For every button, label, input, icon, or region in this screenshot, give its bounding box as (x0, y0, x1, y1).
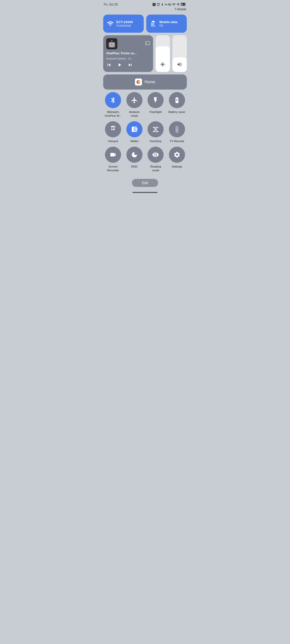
wifi-status-icon (176, 3, 180, 6)
media-card[interactable]: 🤖 OnePlus Tricks or... Android Faithful … (103, 35, 153, 72)
volume-slider[interactable] (172, 35, 187, 72)
hotspot-circle (105, 121, 121, 137)
svg-point-6 (176, 127, 177, 128)
wifi-tile-icon (107, 20, 114, 27)
reading-mode-circle (148, 147, 164, 163)
media-artist: Android Faithful - VI... (106, 57, 150, 60)
hotspot-label: Hotspot (108, 139, 118, 143)
home-indicator (132, 192, 158, 193)
flashlight-label: Flashlight (150, 110, 162, 114)
media-title: OnePlus Tricks or... (106, 51, 150, 55)
battery-saver-circle (169, 92, 185, 108)
qs-item-screen-recorder[interactable]: ScreenRecorder (104, 147, 123, 172)
signal-icon (172, 3, 176, 6)
airplane-label: Airplanemode (129, 110, 140, 118)
qs-item-dnd[interactable]: DND (125, 147, 144, 172)
sliders-column (156, 35, 187, 72)
svg-rect-10 (176, 131, 177, 132)
status-bar: Fri, Oct 25 Ve 5G 85 (100, 0, 190, 8)
media-play-button[interactable] (117, 62, 122, 69)
battery-percent: 85 (181, 3, 186, 7)
quick-settings-grid: Mishaal'sOnePlus W... Airplanemode Flash… (103, 92, 187, 172)
date-display: Fri, Oct 25 (104, 3, 118, 6)
status-icons: Ve 5G 85 (152, 3, 186, 7)
brightness-slider[interactable] (156, 35, 170, 72)
brightness-icon (160, 62, 165, 68)
mobile-data-icon (150, 20, 157, 27)
mobile-data-name: Mobile data (159, 20, 177, 24)
svg-rect-4 (153, 127, 159, 128)
alarm-icon (157, 3, 160, 6)
media-prev-button[interactable] (106, 62, 112, 69)
settings-label: Settings (172, 165, 182, 169)
svg-rect-8 (176, 130, 177, 130)
kinestop-circle (148, 121, 164, 137)
google-icon (136, 80, 141, 84)
qs-item-flashlight[interactable]: Flashlight (146, 92, 165, 118)
home-label: Home (144, 80, 155, 84)
bluetooth-status-icon (161, 3, 164, 6)
qs-item-bluetooth[interactable]: Mishaal'sOnePlus W... (104, 92, 123, 118)
dnd-circle (126, 147, 142, 163)
kinestop-label: KineStop (150, 139, 162, 143)
svg-text:85: 85 (181, 4, 183, 5)
mobile-data-tile[interactable]: Mobile data On (146, 15, 187, 33)
wifi-tile[interactable]: ECT-24340 Connected (103, 15, 144, 33)
mobile-data-status: On (159, 24, 177, 27)
wallet-label: Wallet (130, 139, 138, 143)
volte-icon: Ve (165, 3, 167, 6)
5g-icon: 5G (168, 3, 171, 6)
airplane-circle (126, 92, 142, 108)
google-home-icon (135, 78, 142, 86)
svg-rect-7 (176, 129, 177, 129)
svg-rect-9 (176, 130, 177, 131)
wifi-status: Connected (116, 24, 133, 27)
edit-button[interactable]: Edit (132, 179, 158, 187)
media-controls (106, 62, 150, 69)
dnd-label: DND (131, 165, 137, 169)
volume-icon (177, 62, 182, 68)
home-tile[interactable]: Home (103, 74, 187, 90)
quick-settings-panel: ECT-24340 Connected Mobile data On 🤖 (100, 13, 190, 176)
bluetooth-circle (105, 92, 121, 108)
qs-item-settings[interactable]: Settings (168, 147, 187, 172)
battery-icon: 85 (181, 3, 186, 6)
qs-item-hotspot[interactable]: Hotspot (104, 121, 123, 143)
battery-saver-label: Battery saver (168, 110, 186, 114)
carrier-label: T-Mobile (100, 8, 190, 13)
settings-circle (169, 147, 185, 163)
nfc-icon (152, 3, 156, 6)
top-tiles-row: ECT-24340 Connected Mobile data On (103, 15, 187, 33)
qs-item-airplane[interactable]: Airplanemode (125, 92, 144, 118)
media-sliders-row: 🤖 OnePlus Tricks or... Android Faithful … (103, 35, 187, 72)
wifi-ssid: ECT-24340 (116, 20, 133, 24)
qs-item-kinestop[interactable]: KineStop (146, 121, 165, 143)
tv-remote-circle (169, 121, 185, 137)
bluetooth-label: Mishaal'sOnePlus W... (105, 110, 122, 118)
media-thumbnail: 🤖 (106, 38, 117, 49)
screen-recorder-label: ScreenRecorder (107, 165, 119, 172)
tv-remote-label: TV Remote (170, 139, 184, 143)
flashlight-circle (148, 92, 164, 108)
edit-bar: Edit (100, 176, 190, 191)
mobile-data-text: Mobile data On (159, 20, 177, 27)
media-top: 🤖 (106, 38, 150, 49)
wallet-circle (126, 121, 142, 137)
reading-mode-label: Readingmode (150, 165, 161, 172)
qs-item-reading-mode[interactable]: Readingmode (146, 147, 165, 172)
cast-icon[interactable] (145, 41, 150, 47)
media-thumb-emoji: 🤖 (108, 40, 116, 48)
qs-item-tv-remote[interactable]: TV Remote (168, 121, 187, 143)
svg-rect-5 (176, 126, 178, 133)
qs-item-wallet[interactable]: Wallet (125, 121, 144, 143)
screen-recorder-circle (105, 147, 121, 163)
wifi-tile-text: ECT-24340 Connected (116, 20, 133, 27)
media-next-button[interactable] (127, 62, 133, 69)
qs-item-battery-saver[interactable]: Battery saver (168, 92, 187, 118)
